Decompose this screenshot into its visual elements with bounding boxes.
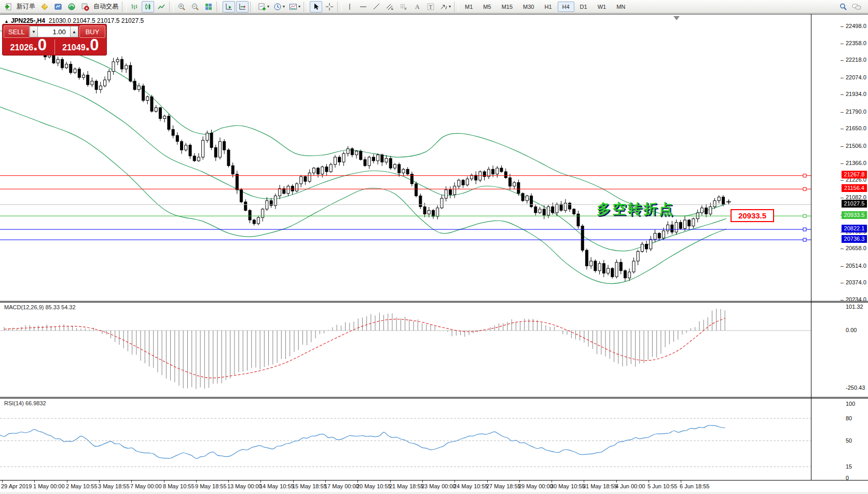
line-handle[interactable] (803, 214, 806, 217)
volume-increase-button[interactable]: ▲ (70, 26, 78, 37)
svg-text:A: A (415, 3, 420, 10)
autotrading-button[interactable] (79, 1, 91, 12)
time-label: 9 May 18:55 (195, 483, 227, 489)
timeframe-button-M30[interactable]: M30 (518, 2, 539, 12)
search-button[interactable] (837, 1, 849, 12)
macd-label: MACD(12,26,9) 85.33 54.32 (4, 304, 76, 310)
timeframe-button-M5[interactable]: M5 (478, 2, 495, 12)
candle-chart-icon (144, 3, 152, 11)
svg-text:T: T (429, 4, 433, 10)
metaeditor-icon (40, 3, 49, 11)
time-label: 20 May 10:55 (356, 483, 391, 489)
timeframe-button-MN[interactable]: MN (612, 2, 630, 12)
line-chart-button[interactable] (155, 1, 168, 12)
trendline-button[interactable] (370, 1, 383, 12)
time-tick (196, 481, 197, 483)
line-handle[interactable] (803, 187, 806, 190)
symbol-period: JPN225-,H4 (11, 17, 45, 24)
autotrading-label[interactable]: 自动交易 (93, 2, 118, 11)
chart-annotation-text[interactable]: 多空转折点 (597, 200, 674, 218)
tile-windows-button[interactable] (202, 1, 215, 12)
rsi-svg[interactable] (0, 399, 811, 480)
main-chart-svg[interactable] (0, 15, 811, 301)
buy-price[interactable]: 21049.0 (55, 38, 107, 56)
timeframe-button-M15[interactable]: M15 (497, 2, 517, 12)
toolbar-separator (454, 2, 459, 12)
bollinger-lower-band[interactable] (0, 107, 726, 283)
text-label-button[interactable]: T (424, 1, 437, 12)
chevron-down-icon: ▾ (449, 4, 451, 9)
rsi-label: RSI(14) 66.9832 (4, 400, 46, 406)
vertical-line-button[interactable] (343, 1, 356, 12)
horizontal-line-icon (359, 3, 367, 11)
timeframe-button-H4[interactable]: H4 (558, 2, 574, 12)
toolbar: 新订单 自动交易 (0, 0, 868, 13)
timeframe-button-H1[interactable]: H1 (540, 2, 556, 12)
equidistant-channel-button[interactable]: E (384, 1, 396, 12)
time-tick (519, 481, 520, 483)
metaeditor-button[interactable] (38, 1, 51, 12)
horizontal-line-button[interactable] (357, 1, 369, 12)
period-button[interactable]: ▾ (272, 1, 286, 12)
arrows-icon (439, 3, 448, 11)
toolbar-separator (122, 2, 127, 12)
buy-price-frac: .0 (86, 38, 99, 52)
time-tick (164, 481, 164, 483)
time-tick (357, 481, 358, 483)
template-icon (289, 3, 297, 11)
sell-price-frac: .0 (33, 38, 47, 52)
crosshair-button[interactable] (323, 1, 336, 12)
time-label: 1 May 00:00 (33, 483, 65, 489)
new-order-label[interactable]: 新订单 (17, 2, 35, 11)
candles[interactable] (44, 51, 725, 282)
new-chart-button[interactable]: ▾ (256, 1, 271, 12)
time-label: 23 May 00:00 (421, 483, 456, 489)
cursor-button[interactable] (310, 1, 322, 12)
time-label: 30 May 10:55 (550, 483, 585, 489)
autotrading-icon (81, 3, 89, 11)
timeframe-button-D1[interactable]: D1 (575, 2, 592, 12)
time-label: 14 May 10:55 (259, 483, 294, 489)
time-label: 27 May 18:55 (486, 483, 521, 489)
chart-shift-marker[interactable] (673, 16, 680, 20)
timeframe-button-M1[interactable]: M1 (460, 2, 477, 12)
bollinger-middle-band[interactable] (0, 68, 726, 251)
candle-chart-button[interactable] (142, 1, 154, 12)
line-handle[interactable] (803, 228, 806, 231)
auto-scroll-button[interactable] (223, 1, 235, 12)
template-button[interactable]: ▾ (287, 1, 302, 12)
time-tick (99, 481, 100, 483)
clock-icon (273, 3, 282, 11)
sell-button[interactable]: SELL (4, 25, 30, 38)
chart-shift-button[interactable] (236, 1, 249, 12)
new-order-button[interactable] (2, 1, 15, 12)
chat-button[interactable] (850, 1, 863, 12)
macd-svg[interactable] (0, 303, 811, 397)
time-tick (2, 481, 3, 483)
market-watch-button[interactable] (52, 1, 64, 12)
fibonacci-button[interactable]: F (397, 1, 410, 12)
arrows-button[interactable]: ▾ (438, 1, 452, 12)
ohlc-values: 21030.0 21047.5 21017.5 21027.5 (49, 17, 144, 24)
main-chart-panel: ▲JPN225-,H4 21030.0 21047.5 21017.5 2102… (0, 14, 868, 301)
chart-annotation-price-box[interactable]: 20933.5 (731, 209, 774, 222)
time-tick (681, 481, 681, 483)
collapse-triangle-icon[interactable]: ▲ (4, 19, 9, 24)
line-handle[interactable] (803, 238, 806, 241)
strategy-tester-button[interactable] (65, 1, 78, 12)
timeframe-button-W1[interactable]: W1 (593, 2, 611, 12)
zoom-in-button[interactable] (175, 1, 188, 12)
crosshair-icon (325, 3, 334, 11)
zoom-out-button[interactable] (189, 1, 201, 12)
text-button[interactable]: A (411, 1, 423, 12)
sell-price-main: 21026 (10, 43, 34, 52)
time-axis[interactable]: 29 Apr 20191 May 00:002 May 10:553 May 1… (0, 480, 868, 492)
line-handle[interactable] (803, 174, 806, 177)
bar-chart-button[interactable] (128, 1, 141, 12)
one-click-trade-panel: SELL ▼ 1.00 ▲ BUY 21026.0 21049.0 (2, 24, 107, 56)
timeframe-group: M1M5M15M30H1H4D1W1MN (460, 2, 630, 12)
sell-price[interactable]: 21026.0 (3, 38, 54, 56)
time-label: 5 Jun 10:55 (647, 483, 678, 489)
text-icon: A (413, 3, 421, 11)
bollinger-upper-band[interactable] (0, 31, 726, 216)
